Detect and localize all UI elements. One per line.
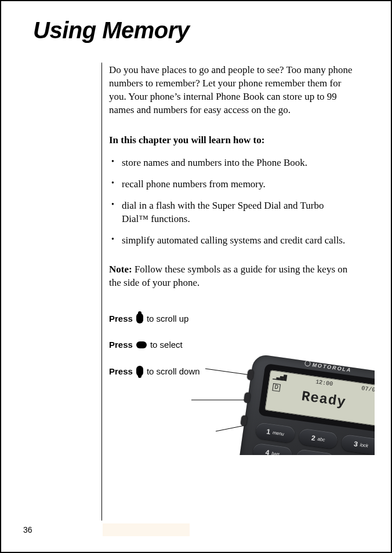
- scroll-down-icon: [136, 366, 143, 376]
- key-row-up: Press to scroll up: [109, 313, 353, 323]
- note-text: Follow these symbols as a guide for usin…: [109, 264, 347, 288]
- press-label: Press: [109, 314, 133, 323]
- key-action: to select: [150, 340, 183, 350]
- keypad-key: 3lock: [341, 434, 375, 455]
- keypad-key: 6: [338, 454, 375, 455]
- keypad-key: 1menu: [255, 422, 296, 443]
- signal-icon: ▁▃▅█: [273, 373, 287, 381]
- page-number: 36: [23, 525, 32, 534]
- footer-color-bar: [103, 523, 190, 536]
- list-item: simplify automated calling systems and c…: [109, 234, 353, 248]
- press-label: Press: [109, 340, 133, 350]
- manual-page: Using Memory Do you have places to go an…: [0, 0, 392, 553]
- key-row-select: Press to select: [109, 340, 353, 350]
- motorola-logo-icon: [304, 360, 311, 366]
- press-label: Press: [109, 366, 133, 376]
- scroll-up-icon: [136, 313, 143, 323]
- key-action: to scroll down: [147, 366, 200, 376]
- vertical-rule: [101, 63, 102, 521]
- status-time: 12:00: [315, 379, 333, 388]
- select-icon: [136, 341, 147, 348]
- side-button-up-icon: [247, 369, 254, 380]
- phone-illustration: MOTOROLA ▁▃▅█ 12:00 07/07 D Ready: [231, 354, 375, 455]
- chapter-title: Using Memory: [33, 17, 190, 43]
- phone-body: MOTOROLA ▁▃▅█ 12:00 07/07 D Ready: [235, 354, 375, 455]
- side-button-select-icon: [244, 392, 251, 403]
- list-item: recall phone numbers from memory.: [109, 178, 353, 191]
- key-action: to scroll up: [147, 314, 189, 323]
- keypad-key: 5jkl: [295, 449, 336, 455]
- note-paragraph: Note: Follow these symbols as a guide fo…: [109, 263, 353, 290]
- bullet-list: store names and numbers into the Phone B…: [109, 157, 353, 248]
- section-heading: In this chapter you will learn how to:: [109, 134, 353, 146]
- note-label: Note:: [109, 264, 132, 275]
- intro-paragraph: Do you have places to go and people to s…: [109, 64, 353, 117]
- keypad-key: 2abc: [298, 428, 339, 449]
- status-date: 07/07: [361, 385, 375, 394]
- content-column: Do you have places to go and people to s…: [109, 64, 353, 392]
- keypad-key: 4batt: [252, 443, 293, 455]
- phone-screen: ▁▃▅█ 12:00 07/07 D Ready: [265, 370, 375, 426]
- list-item: store names and numbers into the Phone B…: [109, 157, 353, 170]
- side-button-down-icon: [241, 415, 248, 426]
- list-item: dial in a flash with the Super Speed Dia…: [109, 199, 353, 226]
